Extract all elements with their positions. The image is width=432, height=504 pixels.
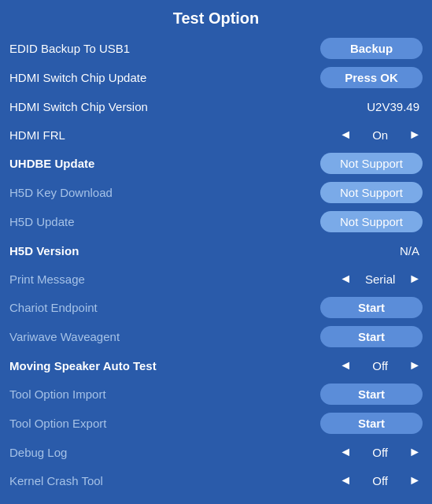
label-moving-speaker: Moving Speaker Auto Test — [9, 359, 265, 372]
page-title: Test Option — [0, 0, 432, 34]
button-h5d-update[interactable]: Not Support — [320, 211, 423, 232]
label-chariot-endpoint: Chariot Endpoint — [9, 301, 265, 314]
label-h5d-version: H5D Version — [9, 244, 265, 258]
value-area-tool-option-export: Start — [265, 413, 423, 434]
button-tool-option-export[interactable]: Start — [320, 413, 423, 434]
button-variwave-waveagent[interactable]: Start — [320, 326, 423, 347]
value-h5d-version: N/A — [397, 244, 423, 258]
menu-row-h5d-key-download: H5D Key DownloadNot Support — [6, 178, 426, 207]
menu-row-tool-option-import: Tool Option ImportStart — [6, 380, 426, 409]
value-area-hdmi-switch-update: Press OK — [265, 67, 423, 88]
menu-row-h5d-version: H5D VersionN/A — [6, 236, 426, 265]
value-area-hdmi-switch-version: U2V39.49 — [265, 100, 423, 113]
button-tool-option-import[interactable]: Start — [320, 384, 423, 405]
value-area-debug-log: ◄Off► — [265, 445, 423, 459]
menu-row-variwave-waveagent: Variwave WaveagentStart — [6, 322, 426, 351]
left-arrow-hdmi-frl[interactable]: ◄ — [338, 128, 353, 142]
value-hdmi-switch-version: U2V39.49 — [364, 100, 423, 113]
arrows-container-kernel-crash-tool: ◄Off► — [338, 473, 423, 487]
menu-row-print-message: Print Message◄Serial► — [6, 265, 426, 293]
value-area-hdmi-frl: ◄On► — [265, 128, 423, 142]
menu-row-app-snapshot: App Snapshot◄On► — [6, 495, 426, 504]
menu-row-chariot-endpoint: Chariot EndpointStart — [6, 293, 426, 322]
value-area-kernel-crash-tool: ◄Off► — [265, 473, 423, 487]
button-h5d-key-download[interactable]: Not Support — [320, 182, 423, 203]
button-hdmi-switch-update[interactable]: Press OK — [320, 67, 423, 88]
left-arrow-moving-speaker[interactable]: ◄ — [338, 358, 353, 372]
menu-row-hdmi-switch-update: HDMI Switch Chip UpdatePress OK — [6, 63, 426, 92]
menu-row-moving-speaker: Moving Speaker Auto Test◄Off► — [6, 351, 426, 380]
value-area-h5d-key-download: Not Support — [265, 182, 423, 203]
value-area-tool-option-import: Start — [265, 384, 423, 405]
label-hdmi-frl: HDMI FRL — [9, 128, 265, 142]
value-area-print-message: ◄Serial► — [265, 272, 423, 286]
right-arrow-debug-log[interactable]: ► — [407, 445, 423, 459]
arrow-value-print-message: Serial — [356, 272, 404, 286]
menu-list: EDID Backup To USB1BackupHDMI Switch Chi… — [0, 34, 432, 504]
label-variwave-waveagent: Variwave Waveagent — [9, 330, 265, 343]
label-edid-backup: EDID Backup To USB1 — [9, 42, 265, 55]
left-arrow-print-message[interactable]: ◄ — [338, 272, 353, 286]
menu-row-hdmi-frl: HDMI FRL◄On► — [6, 120, 426, 149]
left-arrow-kernel-crash-tool[interactable]: ◄ — [338, 473, 353, 487]
label-tool-option-export: Tool Option Export — [9, 417, 265, 430]
menu-row-uhdbe-update: UHDBE UpdateNot Support — [6, 149, 426, 178]
label-h5d-update: H5D Update — [9, 215, 265, 228]
arrow-value-moving-speaker: Off — [356, 359, 404, 372]
menu-row-tool-option-export: Tool Option ExportStart — [6, 409, 426, 438]
value-area-uhdbe-update: Not Support — [265, 153, 423, 174]
button-uhdbe-update[interactable]: Not Support — [320, 153, 423, 174]
arrow-value-kernel-crash-tool: Off — [356, 474, 404, 487]
right-arrow-moving-speaker[interactable]: ► — [407, 358, 423, 372]
arrow-value-hdmi-frl: On — [356, 128, 404, 142]
arrows-container-debug-log: ◄Off► — [338, 445, 423, 459]
arrows-container-print-message: ◄Serial► — [338, 272, 423, 286]
menu-row-hdmi-switch-version: HDMI Switch Chip VersionU2V39.49 — [6, 92, 426, 120]
left-arrow-debug-log[interactable]: ◄ — [338, 445, 353, 459]
arrows-container-hdmi-frl: ◄On► — [338, 128, 423, 142]
menu-row-kernel-crash-tool: Kernel Crash Tool◄Off► — [6, 466, 426, 495]
button-chariot-endpoint[interactable]: Start — [320, 297, 423, 318]
right-arrow-hdmi-frl[interactable]: ► — [407, 128, 423, 142]
right-arrow-print-message[interactable]: ► — [407, 272, 423, 286]
label-uhdbe-update: UHDBE Update — [9, 157, 265, 170]
arrow-value-debug-log: Off — [356, 446, 404, 459]
label-hdmi-switch-update: HDMI Switch Chip Update — [9, 71, 265, 84]
value-area-variwave-waveagent: Start — [265, 326, 423, 347]
value-area-h5d-version: N/A — [265, 244, 423, 258]
menu-row-edid-backup: EDID Backup To USB1Backup — [6, 34, 426, 63]
right-arrow-kernel-crash-tool[interactable]: ► — [407, 473, 423, 487]
label-kernel-crash-tool: Kernel Crash Tool — [9, 474, 265, 487]
label-tool-option-import: Tool Option Import — [9, 387, 265, 401]
value-area-moving-speaker: ◄Off► — [265, 358, 423, 372]
menu-row-debug-log: Debug Log◄Off► — [6, 438, 426, 466]
label-h5d-key-download: H5D Key Download — [9, 186, 265, 199]
menu-row-h5d-update: H5D UpdateNot Support — [6, 207, 426, 236]
arrows-container-moving-speaker: ◄Off► — [338, 358, 423, 372]
value-area-h5d-update: Not Support — [265, 211, 423, 232]
label-print-message: Print Message — [9, 272, 265, 286]
value-area-chariot-endpoint: Start — [265, 297, 423, 318]
label-debug-log: Debug Log — [9, 446, 265, 459]
value-area-edid-backup: Backup — [265, 38, 423, 59]
button-edid-backup[interactable]: Backup — [320, 38, 423, 59]
label-hdmi-switch-version: HDMI Switch Chip Version — [9, 100, 265, 113]
